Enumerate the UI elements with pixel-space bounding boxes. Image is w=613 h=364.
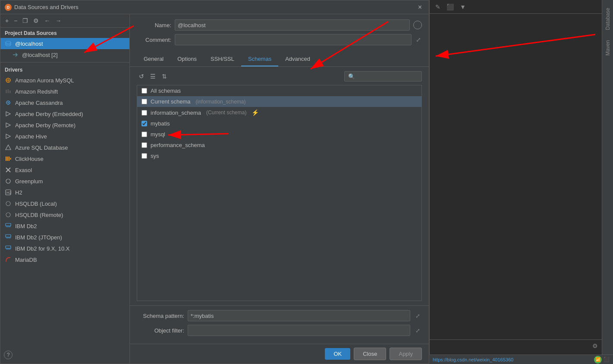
schema-item-all[interactable]: All schemas — [137, 85, 421, 96]
tab-options[interactable]: Options — [170, 52, 204, 66]
schema-item-mybatis[interactable]: mybatis — [137, 118, 421, 129]
schema-item-information[interactable]: information_schema (Current schema) ⚡ — [137, 107, 421, 118]
cancel-button[interactable]: Close — [354, 348, 386, 360]
driver-apache-cassandra[interactable]: Apache Cassandra — [0, 97, 129, 108]
object-filter-label: Object filter: — [137, 327, 184, 334]
sidebar-item-localhost[interactable]: @localhost — [0, 38, 129, 49]
driver-label: Greenplum — [15, 178, 43, 185]
ok-button[interactable]: OK — [325, 348, 350, 360]
svg-point-20 — [6, 201, 10, 206]
driver-label: ClickHouse — [15, 156, 44, 162]
schema-search-input[interactable] — [344, 71, 422, 82]
bottom-form: Schema pattern: ⤢ Object filter: ⤢ — [130, 305, 429, 344]
driver-hsqldb-local[interactable]: HSQLDB (Local) — [0, 198, 129, 209]
clickhouse-icon — [5, 155, 12, 162]
name-status-icon — [413, 21, 422, 29]
tab-ssh-ssl[interactable]: SSH/SSL — [204, 52, 241, 66]
vertical-tab-maven[interactable]: Maven — [603, 36, 613, 60]
driver-apache-hive[interactable]: Apache Hive — [0, 131, 129, 142]
schema-checkbox-information[interactable] — [141, 110, 147, 116]
driver-mariadb[interactable]: MariaDB — [0, 254, 129, 265]
driver-apache-derby-remote[interactable]: Apache Derby (Remote) — [0, 119, 129, 131]
schema-name: performance_schema — [151, 142, 205, 148]
driver-ibm-db2[interactable]: IBM IBM Db2 — [0, 220, 129, 232]
schema-item-mysql[interactable]: mysql — [137, 129, 421, 140]
comment-expand-button[interactable]: ⤢ — [415, 35, 422, 44]
nav-forward-button[interactable]: → — [53, 16, 63, 25]
source-settings-button[interactable]: ⚙ — [31, 16, 41, 25]
name-input[interactable] — [175, 19, 410, 31]
schema-checkbox-performance[interactable] — [141, 142, 147, 148]
driver-label: HSQLDB (Local) — [15, 201, 57, 207]
comment-input[interactable] — [175, 34, 412, 45]
help-button[interactable]: ? — [4, 351, 13, 359]
driver-apache-derby-embedded[interactable]: Apache Derby (Embedded) — [0, 108, 129, 119]
driver-h2[interactable]: H2 H2 — [0, 187, 129, 198]
tab-schemas[interactable]: Schemas — [241, 52, 278, 66]
driver-clickhouse[interactable]: ClickHouse — [0, 153, 129, 164]
schema-item-current[interactable]: Current schema (information_schema) — [137, 96, 421, 107]
driver-ibm-db2-jtopen[interactable]: IBM IBM Db2 (JTOpen) — [0, 232, 129, 243]
nav-back-button[interactable]: ← — [42, 16, 52, 25]
vertical-tab-database[interactable]: Database — [603, 3, 613, 34]
driver-label: HSQLDB (Remote) — [15, 212, 63, 218]
image-icon-button[interactable]: ⬛ — [444, 3, 456, 11]
cassandra-icon — [5, 99, 12, 106]
schema-name: Current schema — [151, 98, 190, 105]
driver-ibm-db2-9x[interactable]: IBM IBM Db2 for 9.X, 10.X — [0, 243, 129, 254]
ibmdb2-jtopen-icon: IBM — [5, 234, 12, 241]
schema-item-performance[interactable]: performance_schema — [137, 140, 421, 151]
tabs-bar: General Options SSH/SSL Schemas Advanced — [130, 52, 429, 67]
check-all-schemas-button[interactable]: ☰ — [148, 72, 158, 81]
schema-name: sys — [151, 153, 159, 159]
localhost-label: @localhost — [15, 41, 43, 47]
schema-checkbox-mysql[interactable] — [141, 132, 147, 137]
close-dialog-button[interactable]: × — [415, 3, 424, 12]
driver-label: Apache Hive — [15, 133, 47, 140]
name-label: Name: — [137, 22, 171, 28]
schema-checkbox-all[interactable] — [141, 88, 147, 94]
svg-rect-6 — [8, 89, 9, 93]
svg-point-0 — [6, 41, 11, 44]
duplicate-source-button[interactable]: ❐ — [20, 16, 30, 25]
schema-pattern-row: Schema pattern: ⤢ — [137, 310, 422, 321]
tab-advanced[interactable]: Advanced — [278, 52, 317, 66]
rs-gear-button[interactable]: ⚙ — [590, 342, 600, 350]
schema-pattern-expand-button[interactable]: ⤢ — [414, 312, 422, 320]
object-filter-row: Object filter: ⤢ — [137, 325, 422, 336]
add-source-button[interactable]: + — [3, 16, 11, 25]
filter-icon-button[interactable]: ▼ — [458, 3, 468, 11]
schema-checkbox-sys[interactable] — [141, 153, 147, 159]
driver-exasol[interactable]: Exasol — [0, 164, 129, 176]
driver-greenplum[interactable]: Greenplum — [0, 176, 129, 187]
schema-checkbox-current[interactable] — [141, 99, 147, 104]
object-filter-expand-button[interactable]: ⤢ — [414, 326, 422, 335]
tab-general[interactable]: General — [137, 52, 170, 66]
dialog-title-text: Data Sources and Drivers — [14, 4, 79, 10]
schema-name: information_schema — [151, 110, 201, 116]
object-filter-input[interactable] — [188, 325, 410, 336]
schema-extra: (information_schema) — [195, 99, 245, 105]
svg-rect-7 — [9, 91, 11, 93]
schema-checkbox-mybatis[interactable] — [141, 121, 147, 126]
edit-icon-button[interactable]: ✎ — [433, 3, 443, 11]
driver-amazon-redshift[interactable]: Amazon Redshift — [0, 86, 129, 97]
form-section: Name: Comment: ⤢ — [130, 14, 429, 52]
schema-pattern-input[interactable] — [188, 310, 410, 321]
driver-azure-sql[interactable]: Azure SQL Database — [0, 142, 129, 153]
apply-button[interactable]: Apply — [390, 348, 422, 360]
sidebar-item-localhost-2[interactable]: @localhost [2] — [0, 49, 129, 60]
hsqldb-remote-icon — [5, 211, 12, 218]
dialog-title: D Data Sources and Drivers — [5, 4, 79, 11]
refresh-schemas-button[interactable]: ↺ — [137, 72, 146, 81]
remove-source-button[interactable]: − — [12, 16, 19, 25]
left-panel: + − ❐ ⚙ ← → Project Data Sources @localh… — [0, 14, 130, 364]
sort-schemas-button[interactable]: ⇅ — [160, 72, 169, 81]
db-link-icon — [12, 51, 19, 58]
schema-item-sys[interactable]: sys — [137, 151, 421, 161]
ibmdb2-icon: IBM — [5, 223, 12, 229]
driver-label: Apache Derby (Remote) — [15, 122, 75, 129]
driver-amazon-aurora-mysql[interactable]: Amazon Aurora MySQL — [0, 75, 129, 86]
wifi-icon: 📶 — [594, 356, 602, 364]
driver-hsqldb-remote[interactable]: HSQLDB (Remote) — [0, 209, 129, 220]
